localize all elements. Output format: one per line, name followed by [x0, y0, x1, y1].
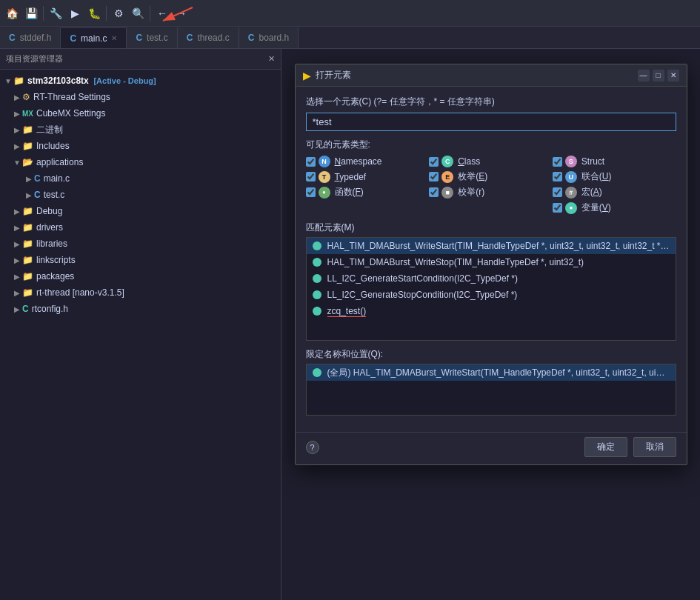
tree-item-linkscripts[interactable]: ▶ 📁 linkscripts: [0, 252, 281, 268]
open-element-dialog: ▶ 打开元素 — □ ✕ 选择一个元素(C) (?= 任意字符，* = 任意字符…: [295, 64, 687, 465]
sep2: [106, 6, 107, 21]
tree-item-debug[interactable]: ▶ 📁 Debug: [0, 203, 281, 219]
result-dot-1: [313, 258, 321, 267]
type-macro1: ■ 校举(r): [429, 186, 553, 199]
sidebar-header: 项目资源管理器 ✕: [0, 49, 281, 70]
tree-item-rtthread-nano[interactable]: ▶ 📁 rt-thread [nano-v3.1.5]: [0, 284, 281, 301]
tab-thread-label: thread.c: [197, 33, 229, 43]
label-macro2: 宏(A): [581, 186, 602, 199]
checkbox-class[interactable]: [429, 157, 439, 167]
checkbox-enum[interactable]: [429, 172, 439, 181]
type-enum: E 枚举(E): [429, 170, 553, 183]
checkbox-macro1[interactable]: [429, 187, 439, 197]
qualifier-list[interactable]: (全局) HAL_TIM_DMABurst_WriteStart(TIM_Han…: [306, 364, 676, 416]
tree-item-testc[interactable]: ▶ C test.c: [0, 187, 281, 203]
debug-icon: 📁: [22, 206, 33, 216]
tab-main[interactable]: C main.c ✕: [61, 27, 127, 48]
toolbar-arrow-left[interactable]: ←: [153, 4, 171, 22]
tab-thread[interactable]: C thread.c: [178, 27, 239, 48]
dialog-maximize[interactable]: □: [653, 70, 664, 81]
stddef-type-icon: C: [9, 33, 16, 43]
qualifier-dot-0: [313, 368, 321, 377]
toolbar-search[interactable]: 🔍: [129, 4, 147, 22]
tree-item-binary[interactable]: ▶ 📁 二进制: [0, 121, 281, 138]
tree-item-drivers[interactable]: ▶ 📁 drivers: [0, 219, 281, 236]
badge-union: U: [565, 171, 577, 183]
label-class: Class: [458, 156, 480, 167]
tree-item-cubemx[interactable]: ▶ MX CubeMX Settings: [0, 105, 281, 121]
dialog-overlay: ▶ 打开元素 — □ ✕ 选择一个元素(C) (?= 任意字符，* = 任意字符…: [281, 49, 700, 600]
tree-item-packages[interactable]: ▶ 📁 packages: [0, 268, 281, 284]
type-struct: S Struct: [553, 156, 676, 167]
includes-icon: 📁: [22, 141, 33, 151]
checkbox-struct[interactable]: [553, 157, 562, 167]
cancel-button[interactable]: 取消: [633, 437, 676, 457]
toolbar-build[interactable]: 🔧: [47, 4, 64, 22]
tree-item-libraries[interactable]: ▶ 📁 libraries: [0, 236, 281, 252]
checkbox-union[interactable]: [553, 172, 562, 181]
applications-label: applications: [36, 157, 83, 167]
type-func: ● 函数(F): [306, 186, 430, 199]
testc-icon: C: [34, 190, 41, 200]
dialog-window-controls: — □ ✕: [638, 70, 679, 81]
element-types-label: 可见的元素类型:: [306, 139, 676, 151]
linkscripts-icon: 📁: [22, 255, 33, 265]
checkbox-namespace[interactable]: [306, 157, 316, 167]
type-namespace: N Namespace: [306, 156, 430, 167]
test-type-icon: C: [136, 33, 142, 43]
checkbox-func[interactable]: [306, 187, 316, 197]
checkbox-macro2[interactable]: [553, 187, 562, 197]
help-button[interactable]: ?: [306, 441, 319, 454]
result-item-4[interactable]: zcq_test(): [307, 303, 676, 319]
tree-item-applications[interactable]: ▼ 📂 applications: [0, 154, 281, 170]
toolbar-debug[interactable]: 🐛: [85, 4, 103, 22]
dialog-close[interactable]: ✕: [667, 70, 679, 81]
drivers-label: drivers: [36, 222, 63, 233]
main-toolbar: 🏠 💾 🔧 ▶ 🐛 ⚙ 🔍 ← →: [0, 0, 700, 27]
root-badge: [Active - Debug]: [93, 76, 156, 85]
libraries-label: libraries: [36, 239, 67, 249]
toolbar-save[interactable]: 💾: [22, 4, 40, 22]
tree-item-mainc[interactable]: ▶ C main.c: [0, 170, 281, 187]
result-item-0[interactable]: HAL_TIM_DMABurst_WriteStart(TIM_HandleTy…: [307, 238, 676, 254]
label-func: 函数(F): [335, 186, 364, 199]
tab-stddef[interactable]: C stddef.h: [0, 27, 61, 48]
ok-button[interactable]: 确定: [584, 437, 627, 457]
sidebar-close[interactable]: ✕: [268, 54, 275, 64]
toolbar-settings[interactable]: ⚙: [110, 4, 127, 22]
result-item-3[interactable]: LL_I2C_GenerateStopCondition(I2C_TypeDef…: [307, 287, 676, 303]
tab-board[interactable]: C board.h: [239, 27, 299, 48]
checkbox-typedef[interactable]: [306, 172, 316, 181]
tree-item-includes[interactable]: ▶ 📁 Includes: [0, 138, 281, 154]
match-results-list[interactable]: HAL_TIM_DMABurst_WriteStart(TIM_HandleTy…: [306, 237, 676, 341]
rtconfig-icon: C: [22, 304, 29, 314]
qualifier-item-0[interactable]: (全局) HAL_TIM_DMABurst_WriteStart(TIM_Han…: [307, 364, 676, 381]
label-struct: Struct: [581, 156, 604, 167]
checkbox-var[interactable]: [553, 203, 562, 213]
badge-enum: E: [441, 171, 453, 183]
rtthread-nano-label: rt-thread [nano-v3.1.5]: [36, 287, 124, 298]
toolbar-arrow-right[interactable]: →: [173, 4, 190, 22]
tree-item-rtconfig[interactable]: ▶ C rtconfig.h: [0, 301, 281, 317]
footer-buttons: 确定 取消: [584, 437, 676, 457]
tab-test[interactable]: C test.c: [127, 27, 177, 48]
badge-typedef: T: [319, 171, 330, 183]
toolbar-home[interactable]: 🏠: [3, 4, 21, 22]
tab-main-close[interactable]: ✕: [111, 34, 117, 42]
dialog-minimize[interactable]: —: [638, 70, 650, 81]
result-item-2[interactable]: LL_I2C_GenerateStartCondition(I2C_TypeDe…: [307, 270, 676, 287]
packages-icon: 📁: [22, 271, 33, 281]
tab-test-label: test.c: [147, 33, 168, 43]
result-text-2: LL_I2C_GenerateStartCondition(I2C_TypeDe…: [327, 273, 518, 284]
tab-board-label: board.h: [259, 33, 289, 43]
content-area: ▶ 打开元素 — □ ✕ 选择一个元素(C) (?= 任意字符，* = 任意字符…: [281, 49, 700, 600]
rtthread-icon: ⚙: [22, 92, 30, 102]
result-item-1[interactable]: HAL_TIM_DMABurst_WriteStop(TIM_HandleTyp…: [307, 254, 676, 270]
label-union: 联合(U): [581, 170, 612, 183]
dialog-title-icon: ▶: [303, 70, 311, 81]
tree-item-rtthread[interactable]: ▶ ⚙ RT-Thread Settings: [0, 89, 281, 105]
toolbar-run[interactable]: ▶: [66, 4, 84, 22]
tree-root[interactable]: ▼ 📁 stm32f103c8tx [Active - Debug]: [0, 73, 281, 89]
element-search-input[interactable]: [306, 113, 676, 131]
linkscripts-label: linkscripts: [36, 255, 76, 265]
